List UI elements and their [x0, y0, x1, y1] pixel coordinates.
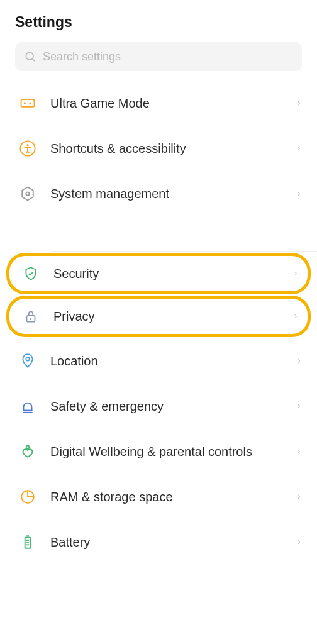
settings-item-label: Battery: [50, 535, 281, 550]
settings-item-ram-storage[interactable]: RAM & storage space: [0, 474, 317, 519]
chevron-right-icon: [294, 144, 303, 153]
settings-item-battery[interactable]: Battery: [0, 519, 317, 565]
chevron-right-icon: [294, 492, 303, 501]
search-box[interactable]: [15, 42, 302, 71]
settings-item-label: Security: [53, 266, 277, 282]
settings-item-label: Shortcuts & accessibility: [50, 141, 281, 157]
shield-check-icon: [22, 265, 40, 282]
settings-item-label: Location: [50, 353, 281, 369]
svg-point-10: [26, 446, 30, 449]
svg-point-9: [26, 357, 29, 360]
settings-item-label: RAM & storage space: [50, 489, 281, 505]
location-pin-icon: [19, 352, 36, 370]
chevron-right-icon: [294, 99, 303, 108]
section-divider: [0, 216, 317, 252]
settings-item-label: Digital Wellbeing & parental controls: [50, 444, 281, 460]
settings-item-label: Ultra Game Mode: [50, 96, 281, 111]
settings-item-location[interactable]: Location: [0, 338, 317, 384]
bell-icon: [19, 397, 36, 415]
accessibility-icon: [19, 140, 36, 157]
chevron-right-icon: [294, 189, 303, 198]
svg-point-5: [26, 144, 28, 146]
svg-rect-2: [21, 99, 35, 107]
settings-item-system-management[interactable]: System management: [0, 171, 317, 216]
game-controller-icon: [19, 94, 36, 112]
search-icon: [24, 50, 36, 63]
settings-item-security[interactable]: Security: [6, 253, 311, 294]
pie-clock-icon: [19, 488, 36, 506]
battery-icon: [19, 533, 36, 551]
settings-list: Ultra Game Mode Shortcuts & accessibilit…: [0, 80, 317, 565]
svg-point-3: [25, 103, 25, 103]
svg-point-6: [26, 192, 29, 195]
settings-item-label: Safety & emergency: [50, 399, 281, 414]
settings-item-label: Privacy: [53, 309, 277, 325]
chevron-right-icon: [294, 402, 303, 411]
search-input[interactable]: [43, 50, 293, 64]
lock-icon: [22, 308, 40, 325]
svg-point-8: [30, 318, 31, 319]
chevron-right-icon: [291, 312, 300, 321]
settings-item-digital-wellbeing[interactable]: Digital Wellbeing & parental controls: [0, 429, 317, 474]
chevron-right-icon: [294, 357, 303, 365]
settings-item-safety-emergency[interactable]: Safety & emergency: [0, 384, 317, 429]
chevron-right-icon: [294, 538, 303, 547]
page-title: Settings: [15, 14, 302, 31]
svg-line-1: [32, 58, 35, 61]
settings-item-label: System management: [50, 186, 281, 202]
page-header: Settings: [0, 0, 317, 42]
settings-item-ultra-game-mode[interactable]: Ultra Game Mode: [0, 80, 317, 126]
gear-hex-icon: [19, 185, 36, 203]
chevron-right-icon: [294, 447, 303, 456]
svg-point-0: [26, 52, 33, 60]
settings-item-privacy[interactable]: Privacy: [6, 296, 311, 337]
search-container: [0, 42, 317, 80]
chevron-right-icon: [291, 269, 300, 278]
settings-item-shortcuts-accessibility[interactable]: Shortcuts & accessibility: [0, 126, 317, 171]
heart-person-icon: [19, 443, 36, 460]
